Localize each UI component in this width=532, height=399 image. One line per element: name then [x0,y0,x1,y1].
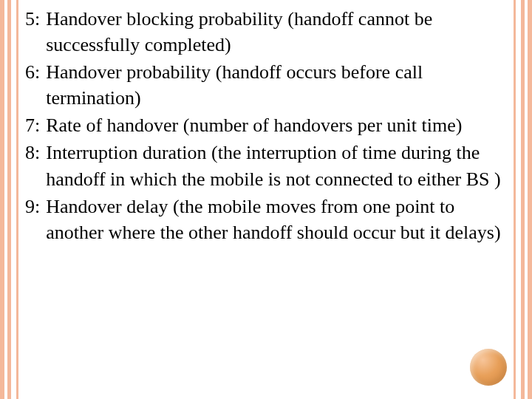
left-stripe-3 [16,0,18,399]
slide-content: 5: Handover blocking probability (handof… [22,6,510,393]
item-number: 5: [25,6,43,32]
item-number: 9: [25,194,43,219]
list-item: 6: Handover probability (handoff occurs … [25,59,507,111]
list-item: 7: Rate of handover (number of handovers… [25,112,507,138]
right-stripe-1 [528,0,532,399]
item-text: Handover blocking probability (handoff c… [43,6,507,58]
right-stripe-2 [521,0,525,399]
item-text: Interruption duration (the interruption … [43,140,507,191]
right-stripe-3 [514,0,516,399]
item-text: Handover probability (handoff occurs bef… [43,59,507,111]
list-item: 9: Handover delay (the mobile moves from… [25,194,507,245]
item-number: 7: [25,112,43,138]
decorative-circle-icon [470,349,507,386]
item-number: 6: [25,59,43,85]
list-item: 5: Handover blocking probability (handof… [25,6,507,58]
right-stripe-gap-2 [516,0,521,399]
list-item: 8: Interruption duration (the interrupti… [25,140,507,191]
item-text: Handover delay (the mobile moves from on… [43,194,507,245]
right-stripe-gap-1 [525,0,528,399]
left-stripe-gap-2 [11,0,16,399]
item-text: Rate of handover (number of handovers pe… [43,112,462,138]
item-number: 8: [25,140,43,166]
